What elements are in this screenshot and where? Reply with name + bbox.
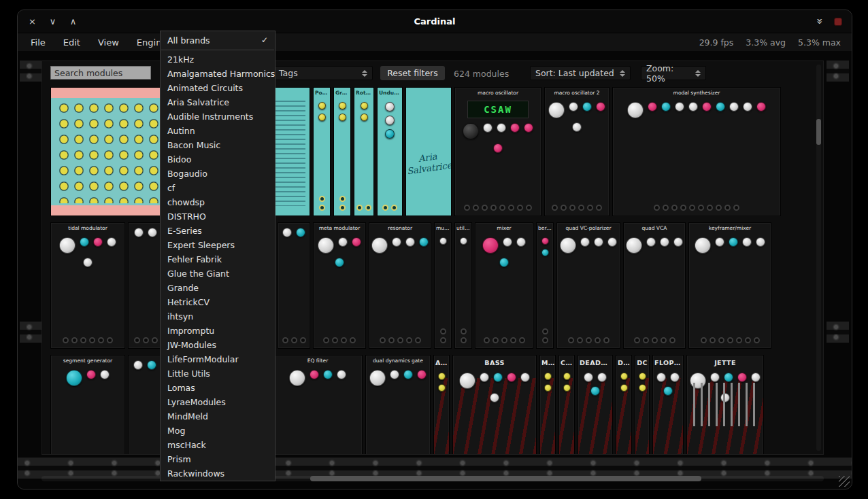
brand-menu-item[interactable]: ihtsyn [161, 309, 275, 324]
knob-icon [371, 237, 388, 254]
jack-icon [736, 337, 742, 343]
brand-menu-item[interactable]: 21kHz [161, 52, 275, 67]
horizontal-scrollbar-thumb[interactable] [310, 476, 701, 481]
module-preview [455, 233, 471, 326]
chevron-up-icon[interactable]: ∧ [68, 16, 78, 27]
brand-menu-item[interactable]: chowdsp [161, 195, 275, 209]
module-card[interactable] [128, 355, 162, 454]
jack-icon [724, 205, 731, 211]
menubar-item-edit[interactable]: Edit [56, 35, 88, 50]
module-card-quad-vca[interactable]: quad VCA [623, 222, 686, 349]
brand-menu-item[interactable]: JW-Modules [161, 338, 275, 352]
brand-menu-item[interactable]: Audible Instruments [161, 109, 275, 124]
module-card-undular[interactable]: UnduLaR [377, 87, 403, 216]
brand-menu-item[interactable]: Lomas [161, 381, 275, 395]
brand-menu-item[interactable]: Rackwindows [161, 466, 275, 481]
app-badge-icon[interactable] [834, 18, 842, 26]
brand-menu-item[interactable]: Grande [161, 281, 275, 295]
module-card-meta-modulator[interactable]: meta modulator [313, 222, 366, 349]
fps-stat: 3.3% avg [746, 37, 786, 48]
brand-menu-item[interactable]: Little Utils [161, 366, 275, 381]
sort-dropdown[interactable]: Sort: Last updated [530, 66, 631, 80]
brand-menu-item[interactable]: Bidoo [161, 152, 275, 167]
jack-icon [323, 337, 329, 343]
jack-icon [397, 337, 403, 343]
brand-menu-item-label: Aria Salvatrice [167, 97, 229, 107]
brand-menu-item[interactable]: DISTRHO [161, 209, 275, 224]
brand-menu-item[interactable]: Bogaudio [161, 167, 275, 181]
menubar-item-view[interactable]: View [90, 35, 127, 50]
module-card[interactable]: Aria Salvatrice [405, 87, 452, 216]
brand-menu-item[interactable]: MindMeld [161, 409, 275, 424]
module-card-bass[interactable]: BASS [452, 355, 537, 454]
brand-menu-item[interactable]: Animated Circuits [161, 81, 275, 95]
jack-icon [663, 205, 669, 211]
jack-icon [526, 205, 532, 211]
module-card-jette[interactable]: JETTE [686, 355, 764, 454]
brand-menu-item[interactable]: Mog [161, 424, 275, 438]
module-preview [334, 97, 350, 193]
brand-menu-item[interactable]: Aria Salvatrice [161, 95, 275, 109]
reset-filters-button[interactable]: Reset filters [380, 66, 445, 80]
close-icon[interactable]: × [27, 16, 37, 27]
module-card-amp[interactable]: AMP [433, 355, 450, 454]
brand-menu-item[interactable]: Glue the Giant [161, 266, 275, 281]
module-title: Pokies [314, 88, 330, 97]
brand-menu-item[interactable]: mscHack [161, 438, 275, 452]
brand-menu-item[interactable]: LifeFormModular [161, 352, 275, 366]
zoom-dropdown[interactable]: Zoom: 50% [641, 66, 706, 80]
brand-menu-item[interactable]: Expert Sleepers [161, 238, 275, 252]
module-card-dual-dynamics-gate[interactable]: dual dynamics gate [365, 355, 431, 454]
module-card-resonator[interactable]: resonator [369, 222, 431, 349]
module-card[interactable] [128, 222, 163, 349]
brand-menu-item-label: Autinn [167, 126, 195, 136]
module-card-modal-synthesizer[interactable]: modal synthesizer [612, 87, 781, 216]
vertical-scrollbar[interactable] [816, 65, 821, 451]
module-card-rotatoes[interactable]: Rotatoes [354, 87, 374, 216]
search-input[interactable] [50, 66, 151, 80]
tags-dropdown[interactable]: Tags [273, 66, 373, 80]
brand-menu-item[interactable]: E-Series [161, 224, 275, 238]
titlebar[interactable]: × ∨ ∧ Cardinal » [18, 10, 852, 33]
brand-menu-item[interactable]: HetrickCV [161, 295, 275, 309]
vertical-scrollbar-thumb[interactable] [816, 119, 821, 145]
module-card-quad-vc-polarizer[interactable]: quad VC-polarizer [556, 222, 620, 349]
module-card-utilities[interactable]: utilities [454, 222, 472, 349]
brand-menu-item[interactable]: Autinn [161, 124, 275, 138]
brand-menu-item[interactable]: Impromptu [161, 324, 275, 338]
module-card-eq-filter[interactable]: EQ filter [273, 355, 363, 454]
module-card-digi[interactable]: DIGI [616, 355, 632, 454]
module-card-tidal-modulator[interactable]: tidal modulator [50, 222, 125, 349]
horizontal-scrollbar[interactable] [41, 476, 824, 481]
chevron-down-icon[interactable]: ∨ [48, 16, 58, 27]
brand-menu-item[interactable]: Fehler Fabrik [161, 252, 275, 266]
module-card-dc[interactable]: DC [635, 355, 650, 454]
double-chevron-up-icon[interactable]: » [815, 16, 825, 27]
module-card-deadband[interactable]: DEADBAND [578, 355, 613, 454]
rack-workspace[interactable]: Tags Reset filters 624 modules Sort: Las… [18, 51, 852, 489]
module-preview [653, 368, 683, 454]
module-card-bernoulli-gate[interactable]: bernoulli gate [536, 222, 554, 349]
brand-menu-item-label: Bidoo [167, 154, 191, 165]
brand-menu-item[interactable]: Prism [161, 452, 275, 466]
brand-menu-item[interactable]: Bacon Music [161, 138, 275, 152]
module-card-conv[interactable]: CONV [558, 355, 575, 454]
module-card-mixer[interactable]: mixer [475, 222, 533, 349]
brand-menu-item-all-brands[interactable]: All brands ✓ [161, 33, 275, 48]
brand-menu-item[interactable]: cf [161, 181, 275, 195]
brand-menu-item[interactable]: Amalgamated Harmonics [161, 67, 275, 81]
module-card-pokies[interactable]: Pokies [313, 87, 331, 216]
brand-menu-item-label: Animated Circuits [167, 83, 243, 93]
module-card[interactable] [278, 222, 310, 349]
brand-menu-item[interactable]: LyraeModules [161, 395, 275, 409]
module-card-mera[interactable]: MERA [539, 355, 556, 454]
module-card-flopper[interactable]: FLOPPER [652, 355, 684, 454]
module-card-keyframer-mixer[interactable]: keyframer/mixer [688, 222, 771, 349]
resize-grip[interactable] [839, 476, 850, 487]
module-card-macro-oscillator[interactable]: macro oscillatorCSAW [454, 87, 541, 216]
module-card-grabby[interactable]: Grabby [333, 87, 351, 216]
module-card-multiples[interactable]: multiples [434, 222, 452, 349]
menubar-item-file[interactable]: File [23, 35, 53, 50]
module-card-segment-generator[interactable]: segment generator [50, 355, 125, 454]
module-card-macro-oscillator-2[interactable]: macro oscillator 2 [544, 87, 610, 216]
